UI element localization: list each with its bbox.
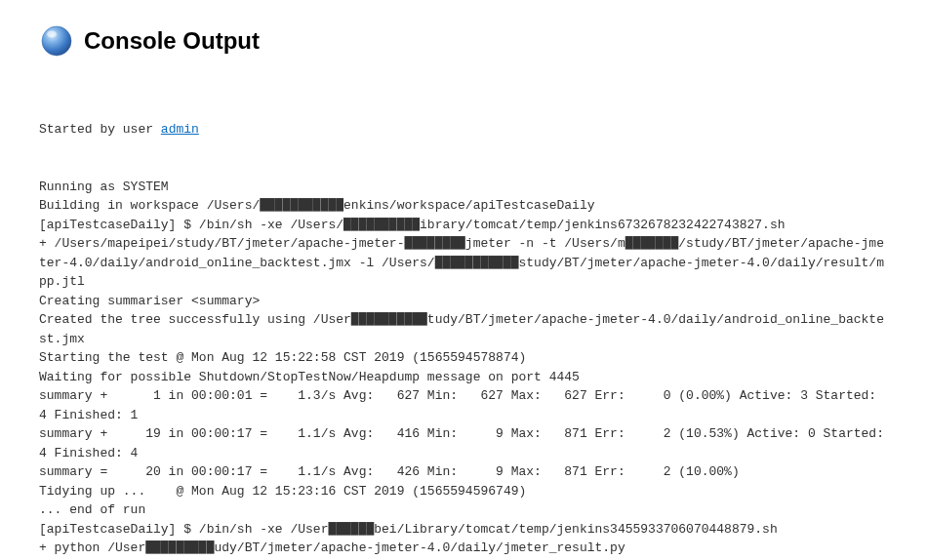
console-line: summary + 1 in 00:00:01 = 1.3/s Avg: 627… <box>39 386 888 424</box>
console-line: Starting the test @ Mon Aug 12 15:22:58 … <box>39 348 888 368</box>
console-line: Waiting for possible Shutdown/StopTestNo… <box>39 368 888 387</box>
console-line: Created the tree successfully using /Use… <box>39 310 888 348</box>
console-lines-container: Running as SYSTEMBuilding in workspace /… <box>39 178 888 561</box>
console-line: ... end of run <box>39 500 888 520</box>
console-line: summary = 20 in 00:00:17 = 1.1/s Avg: 42… <box>39 462 888 482</box>
console-line: Creating summariser <summary> <box>39 292 888 311</box>
console-line: + python /User█████████udy/BT/jmeter/apa… <box>39 539 888 558</box>
console-line: summary + 19 in 00:00:17 = 1.1/s Avg: 41… <box>39 424 888 462</box>
page-header: Console Output <box>39 23 888 59</box>
svg-point-1 <box>47 31 57 38</box>
console-line: + /Users/mapeipei/study/BT/jmeter/apache… <box>39 234 888 292</box>
console-line-started: Started by user admin <box>39 120 888 140</box>
sphere-icon <box>39 23 74 59</box>
started-prefix: Started by user <box>39 122 161 137</box>
page-title: Console Output <box>84 27 260 55</box>
console-line: Building in workspace /Users/███████████… <box>39 196 888 216</box>
svg-point-0 <box>42 26 71 56</box>
console-line: Tidying up ... @ Mon Aug 12 15:23:16 CST… <box>39 482 888 501</box>
console-line: [apiTestcaseDaily] $ /bin/sh -xe /User██… <box>39 520 888 540</box>
console-line: Running as SYSTEM <box>39 178 888 197</box>
user-link[interactable]: admin <box>161 122 199 137</box>
console-line: [apiTestcaseDaily] $ /bin/sh -xe /Users/… <box>39 216 888 235</box>
console-output: Started by user admin Running as SYSTEMB… <box>39 82 888 560</box>
